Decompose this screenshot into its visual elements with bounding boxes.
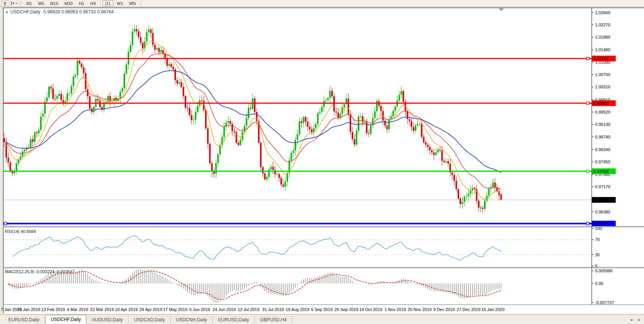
svg-text:0.99520: 0.99520 — [595, 110, 610, 114]
tab-usdcad-daily[interactable]: USDCAD,Daily — [129, 316, 171, 324]
svg-text:0.97658: 0.97658 — [593, 169, 609, 174]
svg-text:25 Sep 2019: 25 Sep 2019 — [334, 307, 358, 312]
svg-text:14 Oct 2019: 14 Oct 2019 — [359, 307, 382, 312]
price-badge: 1.01207 — [592, 56, 616, 62]
price-badge: 0.96007 — [592, 221, 616, 226]
svg-text:31 Jul 2019: 31 Jul 2019 — [262, 307, 284, 312]
timeframe-button-mn[interactable]: MN — [127, 0, 139, 6]
ohlc-values: 0.96928 0.96953 0.96733 0.96764 — [44, 9, 114, 15]
svg-text:15 Jan 2020: 15 Jan 2020 — [481, 307, 505, 312]
timeframe-button-d1[interactable]: D1 — [103, 0, 113, 6]
svg-text:5 Jun 2019: 5 Jun 2019 — [189, 307, 210, 312]
svg-text:70: 70 — [595, 237, 600, 242]
arrow-styles-button[interactable]: ▾ — [9, 0, 17, 6]
toolbar: T ▾ M1M5M15M30H1H4D1W1MN — [0, 0, 644, 7]
svg-text:1.02270: 1.02270 — [595, 23, 610, 27]
svg-text:20 Nov 2019: 20 Nov 2019 — [408, 307, 431, 312]
tab-audusd-daily[interactable]: AUDUSD,Daily — [86, 316, 129, 324]
svg-text:24 Jun 2019: 24 Jun 2019 — [212, 307, 236, 312]
svg-text:0: 0 — [595, 264, 597, 268]
timeframe-button-m1[interactable]: M1 — [24, 0, 35, 6]
svg-text:0.98740: 0.98740 — [595, 135, 610, 139]
svg-text:1.00310: 1.00310 — [595, 85, 610, 89]
svg-text:1.01880: 1.01880 — [595, 35, 610, 39]
svg-text:0.97950: 0.97950 — [595, 160, 610, 164]
price-badge: 0.96764 — [592, 197, 616, 203]
text-tool-button[interactable]: T — [2, 0, 8, 6]
mt4-terminal: T ▾ M1M5M15M30H1H4D1W1MN 1.026601.022701… — [0, 0, 644, 324]
svg-text:1.00700: 1.00700 — [595, 72, 610, 77]
svg-text:19 Aug 2019: 19 Aug 2019 — [285, 307, 309, 312]
svg-text:100: 100 — [595, 226, 602, 231]
date-axis: 7 Jan 201925 Jan 201913 Feb 20194 Mar 20… — [1, 307, 505, 312]
macd-indicator-label: MACD(12,26,9) -0.003224 -0.003547 — [5, 269, 75, 274]
svg-text:0.96007: 0.96007 — [593, 221, 609, 226]
svg-text:9 Dec 2019: 9 Dec 2019 — [433, 307, 455, 312]
tab-usdchf-daily[interactable]: USDCHF,Daily — [45, 315, 87, 324]
svg-text:6 Sep 2019: 6 Sep 2019 — [311, 307, 333, 312]
timeframe-buttons: M1M5M15M30H1H4D1W1MN — [23, 0, 142, 6]
timeframe-button-h4[interactable]: H4 — [88, 0, 98, 6]
svg-text:4 Mar 2019: 4 Mar 2019 — [67, 307, 88, 312]
timeframe-button-w1[interactable]: W1 — [114, 0, 126, 6]
svg-text:10 Apr 2019: 10 Apr 2019 — [115, 307, 138, 312]
toolbar-separator — [140, 1, 141, 6]
svg-text:0.98340: 0.98340 — [595, 147, 610, 152]
svg-text:1.02660: 1.02660 — [595, 10, 610, 15]
tab-eurusd-daily[interactable]: EURUSD,Daily — [3, 316, 45, 324]
svg-text:0.99130: 0.99130 — [595, 122, 610, 127]
svg-text:29 Apr 2019: 29 Apr 2019 — [140, 307, 162, 312]
svg-text:17 May 2019: 17 May 2019 — [163, 307, 187, 312]
tab-strip: EURUSD,DailyUSDCHF,DailyAUDUSD,DailyUSDC… — [3, 315, 292, 324]
svg-text:25 Jan 2019: 25 Jan 2019 — [17, 307, 41, 312]
arrow-styles-icon — [9, 0, 15, 6]
timeframe-button-m5[interactable]: M5 — [36, 0, 47, 6]
timeframe-button-m15[interactable]: M15 — [47, 0, 61, 6]
svg-text:1.01480: 1.01480 — [595, 47, 610, 52]
collapse-triangle-icon: ▼ — [5, 11, 8, 14]
symbol-period-label: USDCHF,Daily — [10, 9, 41, 15]
tab-scroll-buttons: ◄ ► — [629, 318, 641, 322]
toolbar-separator — [100, 1, 101, 6]
svg-text:0.005986: 0.005986 — [595, 269, 613, 273]
chart-plot-area[interactable] — [3, 8, 591, 226]
rsi-indicator-label: RSI(14) 40.5684 — [5, 229, 36, 234]
chevron-down-icon: ▾ — [16, 2, 17, 5]
tab-gbpusd-h4[interactable]: GBPUSD,H4 — [255, 316, 292, 324]
svg-text:0.96764: 0.96764 — [593, 198, 609, 202]
svg-text:12 Jul 2019: 12 Jul 2019 — [238, 307, 259, 312]
svg-text:1 Nov 2019: 1 Nov 2019 — [385, 307, 406, 312]
price-chart[interactable]: 1.026601.022701.018801.014801.010901.007… — [0, 7, 644, 314]
svg-text:30: 30 — [595, 252, 600, 257]
svg-text:0.00: 0.00 — [595, 281, 603, 286]
price-badge: 0.97658 — [592, 168, 616, 174]
svg-text:0.96380: 0.96380 — [595, 210, 610, 214]
svg-text:13 Feb 2019: 13 Feb 2019 — [41, 307, 65, 312]
timeframe-button-h1[interactable]: H1 — [76, 0, 87, 6]
tab-eurusd-daily[interactable]: EURUSD,Daily — [213, 316, 255, 324]
chart-title: ▼USDCHF,Daily0.96928 0.96953 0.96733 0.9… — [5, 9, 114, 15]
svg-text:0.99800: 0.99800 — [593, 101, 609, 106]
svg-text:-0.007737: -0.007737 — [595, 300, 614, 305]
tab-scroll-left-icon[interactable]: ◄ — [629, 318, 633, 322]
svg-text:0.97170: 0.97170 — [595, 184, 610, 189]
svg-text:22 Mar 2019: 22 Mar 2019 — [90, 307, 114, 312]
tab-usdcnh-daily[interactable]: USDCNH,Daily — [171, 316, 213, 324]
text-tool-icon: T — [3, 1, 6, 6]
tab-scroll-right-icon[interactable]: ► — [637, 318, 641, 322]
toolbar-grip — [20, 1, 21, 6]
svg-text:27 Dec 2019: 27 Dec 2019 — [457, 307, 480, 312]
chart-tab-bar: EURUSD,DailyUSDCHF,DailyAUDUSD,DailyUSDC… — [0, 314, 644, 324]
timeframe-button-m30[interactable]: M30 — [62, 0, 75, 6]
svg-text:1.01207: 1.01207 — [593, 56, 609, 61]
price-badge: 0.99800 — [592, 100, 616, 106]
